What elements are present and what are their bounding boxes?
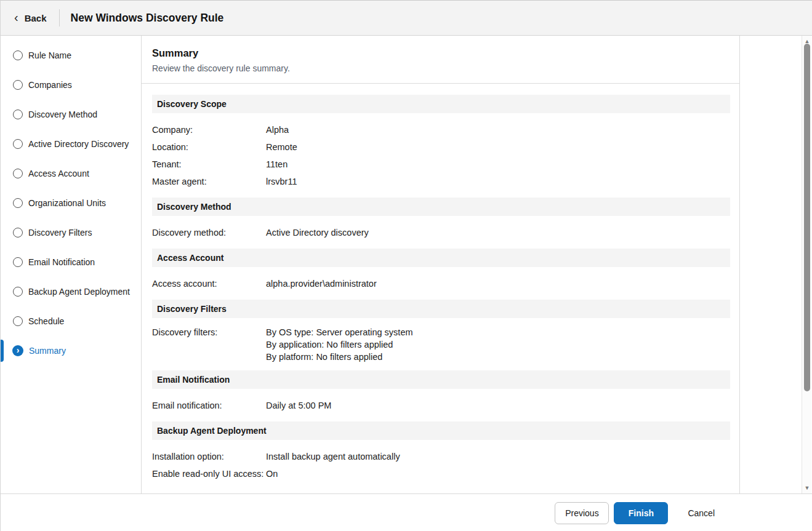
row-label: Discovery filters: [152,326,266,338]
section-rows: Company: Alpha Location: Remote Tenant: … [152,113,729,198]
section-header-discovery-filters: Discovery Filters [152,300,730,318]
step-circle-icon [13,80,23,90]
row-label: Discovery method: [152,228,266,238]
summary-panel: Summary Review the discovery rule summar… [142,36,740,494]
step-circle-icon [13,139,23,149]
step-circle-icon [13,257,23,267]
summary-row: Company: Alpha [152,121,729,138]
finish-button[interactable]: Finish [614,502,668,524]
section-header-discovery-method: Discovery Method [152,198,730,216]
sidebar-item-schedule[interactable]: Schedule [1,306,141,336]
step-circle-icon [13,287,23,297]
active-step-circle-icon: › [12,345,23,356]
sidebar-item-label: Email Notification [28,257,95,267]
cancel-button[interactable]: Cancel [673,502,730,524]
step-circle-icon [13,316,23,326]
back-button[interactable]: ‹ Back [1,1,59,35]
section-rows: Discovery method: Active Directory disco… [152,216,729,249]
sidebar-item-email-notification[interactable]: Email Notification [1,247,141,277]
sidebar-item-label: Backup Agent Deployment [28,287,130,297]
filter-line: By OS type: Server operating system [266,326,413,338]
summary-row: Access account: alpha.provider\administr… [152,275,729,292]
sidebar-item-discovery-method[interactable]: Discovery Method [1,100,141,129]
row-label: Installation option: [152,452,266,461]
row-value: Install backup agent automatically [266,450,400,463]
row-label: Enable read-only UI access: [152,469,266,479]
summary-row: Discovery filters: By OS type: Server op… [152,326,729,363]
section-header-access-account: Access Account [152,249,730,267]
step-circle-icon [13,110,23,119]
row-label: Email notification: [152,401,266,410]
previous-button[interactable]: Previous [555,502,609,524]
step-title: Summary [152,47,729,59]
row-value: Active Directory discovery [266,226,369,239]
summary-row: Enable read-only UI access: On [152,465,729,482]
sidebar-item-label: Access Account [28,169,89,178]
back-label: Back [25,13,47,23]
row-value: lrsvbr11 [266,175,297,188]
section-rows: Email notification: Daily at 5:00 PM [152,389,729,421]
row-label: Company: [152,125,266,135]
scrollbar-thumb[interactable] [804,44,810,391]
summary-header: Summary Review the discovery rule summar… [142,36,739,84]
sidebar-item-label: Schedule [28,316,64,326]
sidebar-item-label: Organizational Units [28,198,106,208]
footer-buttons: Previous Finish Cancel [555,502,730,524]
section-rows: Installation option: Install backup agen… [152,440,729,490]
row-label: Location: [152,142,266,152]
summary-row: Location: Remote [152,138,729,156]
sidebar-item-label: Discovery Method [28,110,97,119]
summary-sections: Discovery Scope Company: Alpha Location:… [142,84,739,490]
row-value: Remote [266,141,297,153]
row-value: Daily at 5:00 PM [266,399,331,412]
row-value: Alpha [266,124,289,136]
section-header-email-notification: Email Notification [152,370,730,389]
active-step-indicator [1,340,4,362]
filter-line: By platform: No filters applied [266,351,413,363]
step-circle-icon [13,50,23,60]
sidebar-item-label: Summary [29,346,66,356]
sidebar-item-discovery-filters[interactable]: Discovery Filters [1,218,141,247]
sidebar-item-organizational-units[interactable]: Organizational Units [1,188,141,218]
scroll-down-icon[interactable]: ▼ [802,484,812,492]
chevron-right-icon: › [17,346,20,354]
row-value: 11ten [266,158,287,170]
row-value: On [266,468,278,480]
step-circle-icon [13,169,23,178]
summary-row: Email notification: Daily at 5:00 PM [152,397,729,414]
summary-row: Tenant: 11ten [152,156,729,173]
row-label: Master agent: [152,177,266,186]
sidebar-item-label: Discovery Filters [28,228,92,238]
filter-line: By application: No filters applied [266,338,413,351]
sidebar-item-label: Companies [28,80,72,90]
back-chevron-icon: ‹ [14,11,18,23]
section-rows: Discovery filters: By OS type: Server op… [152,318,729,370]
wizard-footer: Previous Finish Cancel [1,493,812,531]
wizard-window: ‹ Back New Windows Discovery Rule Rule N… [0,0,812,531]
sidebar-item-label: Active Directory Discovery [28,139,129,149]
top-bar: ‹ Back New Windows Discovery Rule [1,1,812,36]
row-value: By OS type: Server operating system By a… [266,326,413,363]
sidebar-item-access-account[interactable]: Access Account [1,159,141,188]
section-rows: Access account: alpha.provider\administr… [152,267,729,300]
step-subtitle: Review the discovery rule summary. [152,63,729,73]
summary-row: Master agent: lrsvbr11 [152,173,729,190]
vertical-scrollbar[interactable]: ▲ ▼ [802,36,811,493]
sidebar-item-rule-name[interactable]: Rule Name [1,41,141,70]
sidebar-item-companies[interactable]: Companies [1,70,141,100]
wizard-steps-sidebar: Rule Name Companies Discovery Method Act… [1,36,142,494]
section-header-backup-agent-deployment: Backup Agent Deployment [152,421,730,440]
step-circle-icon [13,228,23,238]
sidebar-item-label: Rule Name [28,50,71,60]
row-value: alpha.provider\administrator [266,277,377,290]
step-circle-icon [13,198,23,208]
sidebar-item-backup-agent-deployment[interactable]: Backup Agent Deployment [1,277,141,306]
sidebar-item-active-directory-discovery[interactable]: Active Directory Discovery [1,129,141,159]
sidebar-item-summary[interactable]: › Summary [1,336,141,365]
section-header-discovery-scope: Discovery Scope [152,95,730,113]
topbar-divider [59,9,60,26]
summary-row: Discovery method: Active Directory disco… [152,224,729,241]
row-label: Access account: [152,279,266,289]
row-label: Tenant: [152,159,266,169]
page-title: New Windows Discovery Rule [71,12,224,25]
